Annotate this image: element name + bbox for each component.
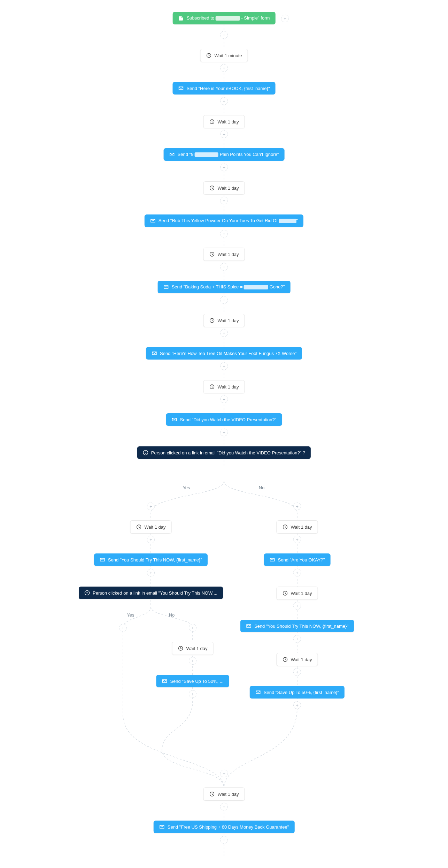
add-step-button[interactable]: + xyxy=(220,31,228,39)
add-step-button[interactable]: + xyxy=(220,296,228,304)
wait-label: Wait 1 day xyxy=(218,119,239,124)
add-step-button[interactable]: + xyxy=(147,569,155,576)
add-step-button[interactable]: + xyxy=(293,503,301,510)
send-node[interactable]: Send "Baking Soda + THIS Spice = Gone?" xyxy=(158,281,291,293)
add-step-button[interactable]: + xyxy=(119,624,127,632)
add-step-button[interactable]: + xyxy=(220,770,228,777)
wait-label: Wait 1 day xyxy=(291,524,312,530)
mail-icon xyxy=(150,218,156,224)
trigger-label: Subscribed to - Simple" form xyxy=(187,15,270,21)
add-step-button[interactable]: + xyxy=(189,657,196,665)
add-step-button[interactable]: + xyxy=(293,602,301,610)
add-step-button[interactable]: + xyxy=(220,197,228,204)
clock-icon xyxy=(209,251,215,257)
send-label: Send "Are You OKAY?" xyxy=(278,557,325,563)
wait-node[interactable]: Wait 1 day xyxy=(203,115,245,128)
send-node[interactable]: Send "Did you Watch the VIDEO Presentati… xyxy=(166,413,282,426)
send-label: Send "9 Pain Points You Can't Ignore" xyxy=(178,152,279,157)
svg-text:?: ? xyxy=(145,451,146,454)
wait-node[interactable]: Wait 1 day xyxy=(277,587,318,600)
add-step-button[interactable]: + xyxy=(220,803,228,810)
mail-icon xyxy=(163,284,169,290)
send-label: Send "Save Up To 50%, ... xyxy=(170,679,223,684)
clock-icon xyxy=(283,524,288,530)
send-label: Send "You Should Try This NOW, {first_na… xyxy=(254,624,348,629)
send-label: Send "Here is Your eBOOK, {first_name}" xyxy=(186,86,270,91)
add-step-button[interactable]: + xyxy=(293,635,301,643)
send-node[interactable]: Send "9 Pain Points You Can't Ignore" xyxy=(164,148,285,161)
wait-node[interactable]: Wait 1 day xyxy=(203,181,245,195)
add-step-button[interactable]: + xyxy=(220,836,228,844)
wait-label: Wait 1 day xyxy=(218,318,239,323)
add-step-button[interactable]: + xyxy=(220,329,228,337)
wait-label: Wait 1 day xyxy=(218,792,239,797)
mail-icon xyxy=(169,152,175,157)
wait-node[interactable]: Wait 1 day xyxy=(203,314,245,327)
add-step-button[interactable]: + xyxy=(293,536,301,543)
add-step-button[interactable]: + xyxy=(281,15,289,22)
send-node[interactable]: Send "Save Up To 50%, {first_name}" xyxy=(250,686,345,699)
mail-icon xyxy=(152,350,157,356)
wait-label: Wait 1 day xyxy=(218,384,239,390)
send-node[interactable]: Send "You Should Try This NOW, {first_na… xyxy=(94,553,208,566)
add-step-button[interactable]: + xyxy=(147,503,155,510)
mail-icon xyxy=(159,824,165,830)
mail-icon xyxy=(255,689,261,695)
wait-node[interactable]: Wait 1 day xyxy=(277,653,318,666)
add-step-button[interactable]: + xyxy=(220,362,228,370)
wait-node[interactable]: Wait 1 day xyxy=(277,520,318,534)
wait-label: Wait 1 day xyxy=(218,186,239,191)
svg-text:?: ? xyxy=(86,591,88,595)
wait-node[interactable]: Wait 1 day xyxy=(203,787,245,801)
send-label: Send "Free US Shipping + 60 Days Money B… xyxy=(168,824,289,830)
wait-node[interactable]: Wait 1 day xyxy=(203,380,245,393)
mail-icon xyxy=(178,85,184,91)
add-step-button[interactable]: + xyxy=(220,429,228,436)
trigger-node[interactable]: Subscribed to - Simple" form xyxy=(173,12,276,24)
send-node[interactable]: Send "Here's How Tea Tree Oil Makes Your… xyxy=(146,347,302,360)
send-node[interactable]: Send "Free US Shipping + 60 Days Money B… xyxy=(154,821,295,833)
send-label: Send "Rub This Yellow Powder On Your Toe… xyxy=(159,218,298,223)
branch-label-no: No xyxy=(259,485,265,490)
condition-label: Person clicked on a link in email "You S… xyxy=(93,590,217,596)
send-node[interactable]: Send "Rub This Yellow Powder On Your Toe… xyxy=(145,214,303,227)
add-step-button[interactable]: + xyxy=(220,164,228,171)
send-node[interactable]: Send "Save Up To 50%, ... xyxy=(156,675,229,687)
mail-icon xyxy=(246,623,252,629)
send-label: Send "You Should Try This NOW, {first_na… xyxy=(108,557,202,563)
send-node[interactable]: Send "You Should Try This NOW, {first_na… xyxy=(240,620,354,632)
clock-icon xyxy=(283,657,288,662)
add-step-button[interactable]: + xyxy=(220,263,228,271)
add-step-button[interactable]: + xyxy=(189,690,196,698)
mail-icon xyxy=(100,557,105,563)
wait-label: Wait 1 day xyxy=(218,252,239,257)
send-node[interactable]: Send "Here is Your eBOOK, {first_name}" xyxy=(172,82,275,95)
wait-label: Wait 1 day xyxy=(291,591,312,596)
automation-flow-canvas[interactable]: .dash{stroke:#d7dde3;stroke-width:1.5;st… xyxy=(0,0,448,868)
add-step-button[interactable]: + xyxy=(220,230,228,237)
add-step-button[interactable]: + xyxy=(220,64,228,72)
add-step-button[interactable]: + xyxy=(220,395,228,403)
add-step-button[interactable]: + xyxy=(189,624,196,632)
add-step-button[interactable]: + xyxy=(220,130,228,138)
condition-node[interactable]: ? Person clicked on a link in email "Did… xyxy=(137,446,311,459)
clock-icon xyxy=(283,590,288,596)
send-label: Send "Save Up To 50%, {first_name}" xyxy=(264,690,339,695)
add-step-button[interactable]: + xyxy=(293,569,301,576)
wait-label: Wait 1 day xyxy=(145,524,166,530)
add-step-button[interactable]: + xyxy=(147,536,155,543)
condition-node[interactable]: ? Person clicked on a link in email "You… xyxy=(79,587,223,599)
wait-node[interactable]: Wait 1 day xyxy=(130,520,172,534)
wait-node[interactable]: Wait 1 minute xyxy=(200,49,248,62)
send-label: Send "Here's How Tea Tree Oil Makes Your… xyxy=(160,351,296,356)
send-label: Send "Baking Soda + THIS Spice = Gone?" xyxy=(172,284,285,289)
add-step-button[interactable]: + xyxy=(293,701,301,709)
send-label: Send "Did you Watch the VIDEO Presentati… xyxy=(180,417,277,422)
send-node[interactable]: Send "Are You OKAY?" xyxy=(264,553,331,566)
add-step-button[interactable]: + xyxy=(220,97,228,105)
wait-node[interactable]: Wait 1 day xyxy=(172,642,214,655)
branch-label-yes: Yes xyxy=(183,485,190,490)
add-step-button[interactable]: + xyxy=(293,668,301,676)
wait-node[interactable]: Wait 1 day xyxy=(203,248,245,261)
clock-icon xyxy=(209,384,215,390)
